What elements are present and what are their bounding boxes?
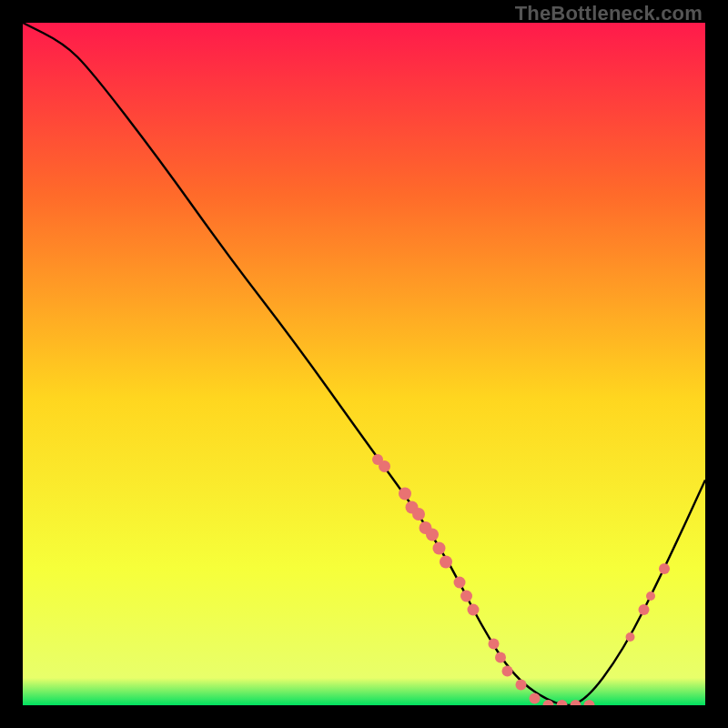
data-marker [433, 542, 446, 555]
data-marker [639, 604, 650, 615]
data-marker [530, 693, 541, 704]
data-marker [502, 666, 513, 677]
data-marker [659, 563, 670, 574]
data-marker [626, 632, 635, 642]
data-marker [489, 639, 500, 650]
data-marker [399, 488, 411, 500]
data-marker [454, 577, 466, 589]
chart-background [23, 23, 705, 705]
data-marker [516, 680, 527, 691]
data-marker [468, 604, 480, 616]
bottleneck-chart [23, 23, 705, 705]
data-marker [412, 508, 425, 521]
data-marker [460, 591, 472, 602]
data-marker [379, 460, 390, 472]
data-marker [495, 652, 506, 663]
data-marker [426, 529, 439, 541]
data-marker [646, 592, 655, 601]
data-marker [440, 556, 452, 569]
chart-container [23, 23, 705, 705]
